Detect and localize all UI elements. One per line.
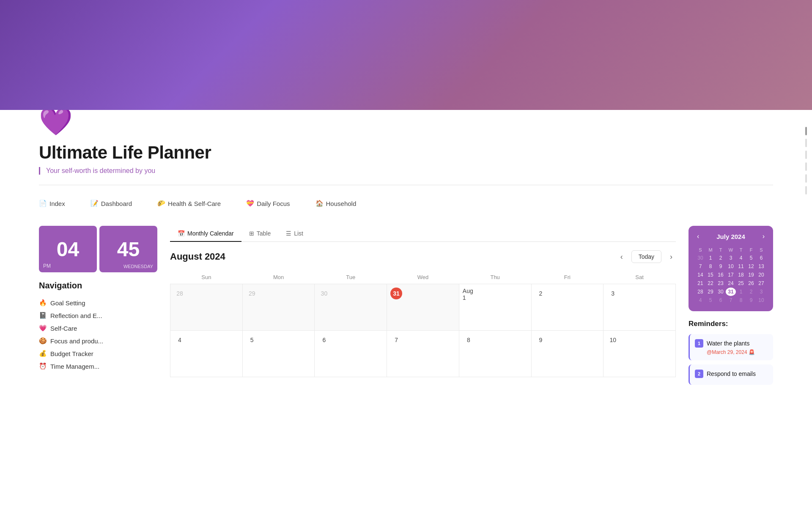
list-item[interactable]: 29 xyxy=(705,288,716,296)
today-button[interactable]: Today xyxy=(631,250,661,263)
calendar-prev-button[interactable]: ‹ xyxy=(617,251,626,263)
mini-calendar-prev-button[interactable]: ‹ xyxy=(695,233,701,240)
budget-icon: 💰 xyxy=(39,350,47,357)
list-item[interactable]: 3 xyxy=(726,254,736,262)
table-row[interactable]: 31 xyxy=(387,284,459,331)
table-row[interactable]: 5 xyxy=(242,331,315,377)
list-item[interactable]: 30 xyxy=(716,288,726,296)
list-item[interactable]: 1 xyxy=(736,288,746,296)
list-item[interactable]: 11 xyxy=(736,262,746,271)
calendar-area: 📅 Monthly Calendar ⊞ Table ☰ List August… xyxy=(170,226,676,377)
list-item[interactable]: 4 xyxy=(695,296,705,304)
list-item[interactable]: 14 xyxy=(695,271,705,279)
mini-col-s1: S xyxy=(695,246,705,254)
right-panel: ‹ July 2024 › S M T W T F S xyxy=(689,226,773,389)
table-row[interactable]: 8 xyxy=(459,331,531,377)
list-item[interactable]: 2 xyxy=(716,254,726,262)
nav-item-health[interactable]: 🌮 Health & Self-Care xyxy=(157,200,221,207)
nav-item-index-label: Index xyxy=(49,200,65,207)
nav-link-self-care[interactable]: 💗 Self-Care xyxy=(39,322,157,334)
table-row[interactable]: 29 xyxy=(242,284,315,331)
list-item[interactable]: 9 xyxy=(716,262,726,271)
nav-link-reflection[interactable]: 📓 Reflection and E... xyxy=(39,309,157,322)
list-item[interactable]: 18 xyxy=(736,271,746,279)
col-fri: Fri xyxy=(531,271,604,284)
table-row[interactable]: 2 xyxy=(531,284,604,331)
list-item[interactable]: 26 xyxy=(746,279,756,288)
nav-item-daily-focus[interactable]: 💝 Daily Focus xyxy=(246,200,290,207)
clock-hour: 04 xyxy=(57,238,79,261)
nav-link-focus[interactable]: 🍪 Focus and produ... xyxy=(39,334,157,347)
page-subtitle: Your self-worth is determined by you xyxy=(39,167,773,175)
table-row[interactable]: 30 xyxy=(315,284,387,331)
list-item[interactable]: 10 xyxy=(726,262,736,271)
list-item[interactable]: 9 xyxy=(746,296,756,304)
clock-hour-box: 04 PM xyxy=(39,226,97,272)
list-item[interactable]: 24 xyxy=(726,279,736,288)
clock-minute-box: 45 WEDNESDAY xyxy=(99,226,157,272)
list-item[interactable]: 6 xyxy=(716,296,726,304)
list-item[interactable]: 1 xyxy=(705,254,716,262)
table-row[interactable]: 3 xyxy=(604,284,676,331)
reminder-number-1: 1 xyxy=(695,339,703,348)
nav-item-household[interactable]: 🏠 Household xyxy=(315,200,357,207)
list-item[interactable]: 16 xyxy=(716,271,726,279)
tab-table[interactable]: ⊞ Table xyxy=(241,226,278,242)
nav-link-time[interactable]: ⏰ Time Managem... xyxy=(39,360,157,373)
list-item[interactable]: 8 xyxy=(736,296,746,304)
reminder-text-1: Water the plants xyxy=(707,340,749,347)
list-item[interactable]: 17 xyxy=(726,271,736,279)
list-item[interactable]: 5 xyxy=(705,296,716,304)
table-row[interactable]: 6 xyxy=(315,331,387,377)
mini-calendar: ‹ July 2024 › S M T W T F S xyxy=(689,226,773,311)
table-row[interactable]: 7 xyxy=(387,331,459,377)
focus-icon: 🍪 xyxy=(39,337,47,345)
health-icon: 🌮 xyxy=(157,200,165,207)
list-item[interactable]: 19 xyxy=(746,271,756,279)
list-item-selected[interactable]: 31 xyxy=(726,288,736,296)
col-sat: Sat xyxy=(604,271,676,284)
list-item[interactable]: 20 xyxy=(756,271,766,279)
index-icon: 📄 xyxy=(39,200,47,207)
mini-col-t2: T xyxy=(736,246,746,254)
list-item[interactable]: 7 xyxy=(726,296,736,304)
left-sidebar: 04 PM 45 WEDNESDAY Navigation 🔥 Goal Set… xyxy=(39,226,157,373)
list-item[interactable]: 7 xyxy=(695,262,705,271)
table-row[interactable]: 9 xyxy=(531,331,604,377)
mini-col-w: W xyxy=(726,246,736,254)
list-item[interactable]: 27 xyxy=(756,279,766,288)
list-item[interactable]: 8 xyxy=(705,262,716,271)
list-item[interactable]: 5 xyxy=(746,254,756,262)
table-row[interactable]: Aug 1 xyxy=(459,284,531,331)
list-item[interactable]: 22 xyxy=(705,279,716,288)
list-item[interactable]: 3 xyxy=(756,288,766,296)
list-item[interactable]: 30 xyxy=(695,254,705,262)
nav-item-index[interactable]: 📄 Index xyxy=(39,200,65,207)
clock-minute: 45 xyxy=(117,238,140,261)
list-item[interactable]: 10 xyxy=(756,296,766,304)
day-10: 10 xyxy=(607,334,619,346)
mini-calendar-next-button[interactable]: › xyxy=(761,233,766,240)
list-item[interactable]: 25 xyxy=(736,279,746,288)
day-aug1: Aug 1 xyxy=(463,288,475,300)
calendar-next-button[interactable]: › xyxy=(667,251,676,263)
list-item[interactable]: 4 xyxy=(736,254,746,262)
tab-list[interactable]: ☰ List xyxy=(278,226,311,242)
nav-item-dashboard[interactable]: 📝 Dashboard xyxy=(91,200,132,207)
list-item[interactable]: 2 xyxy=(746,288,756,296)
nav-link-budget[interactable]: 💰 Budget Tracker xyxy=(39,347,157,360)
list-item[interactable]: 21 xyxy=(695,279,705,288)
day-5: 5 xyxy=(246,334,258,346)
table-row[interactable]: 10 xyxy=(604,331,676,377)
calendar-month-title: August 2024 xyxy=(170,251,225,262)
table-row[interactable]: 4 xyxy=(170,331,243,377)
list-item[interactable]: 6 xyxy=(756,254,766,262)
tab-monthly-calendar[interactable]: 📅 Monthly Calendar xyxy=(170,226,241,242)
list-item[interactable]: 28 xyxy=(695,288,705,296)
list-item[interactable]: 15 xyxy=(705,271,716,279)
list-item[interactable]: 13 xyxy=(756,262,766,271)
nav-link-goal-setting[interactable]: 🔥 Goal Setting xyxy=(39,296,157,309)
list-item[interactable]: 23 xyxy=(716,279,726,288)
list-item[interactable]: 12 xyxy=(746,262,756,271)
table-row[interactable]: 28 xyxy=(170,284,243,331)
